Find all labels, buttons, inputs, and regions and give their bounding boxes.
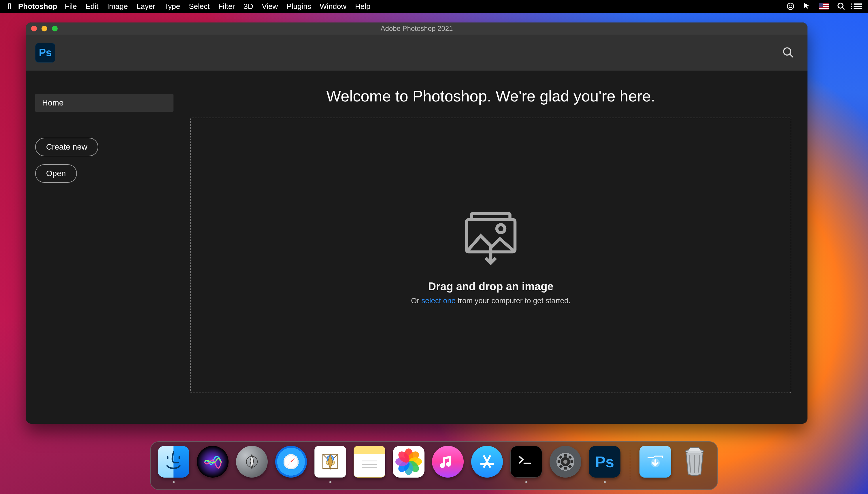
open-button[interactable]: Open <box>35 164 77 183</box>
menu-layer[interactable]: Layer <box>137 2 155 11</box>
svg-line-29 <box>569 456 571 458</box>
svg-point-7 <box>497 225 505 233</box>
dock-item-terminal[interactable] <box>510 446 542 483</box>
dock-item-safari[interactable] <box>275 446 307 483</box>
home-main: Welcome to Photoshop. We're glad you're … <box>190 71 808 424</box>
create-new-button[interactable]: Create new <box>35 138 98 156</box>
dock-separator <box>630 450 630 480</box>
svg-line-28 <box>560 466 562 467</box>
menu-help[interactable]: Help <box>355 2 370 11</box>
menu-3d[interactable]: 3D <box>244 2 253 11</box>
svg-line-27 <box>569 466 571 467</box>
photoshop-window: Adobe Photoshop 2021 Ps Home Create new … <box>26 22 808 424</box>
svg-line-2 <box>842 7 845 10</box>
status-tray-icon[interactable] <box>786 2 795 11</box>
menu-window[interactable]: Window <box>320 2 346 11</box>
spotlight-search-icon[interactable] <box>837 2 846 11</box>
photoshop-app-icon: Ps <box>589 446 620 478</box>
sidebar-tab-home[interactable]: Home <box>35 94 173 112</box>
menu-file[interactable]: File <box>65 2 77 11</box>
drag-drop-zone[interactable]: Drag and drop an image Or select one fro… <box>190 118 791 393</box>
menubar-app-name[interactable]: Photoshop <box>18 2 57 11</box>
menu-type[interactable]: Type <box>164 2 180 11</box>
photos-icon <box>393 446 424 478</box>
gear-icon <box>549 446 581 478</box>
status-input-flag-icon[interactable] <box>819 3 829 10</box>
dock-item-notes[interactable] <box>353 446 385 483</box>
menu-select[interactable]: Select <box>189 2 210 11</box>
dock-indicator <box>329 481 331 483</box>
trash-icon <box>679 446 710 478</box>
menu-filter[interactable]: Filter <box>218 2 235 11</box>
svg-point-1 <box>838 3 843 8</box>
svg-line-26 <box>560 456 562 458</box>
dock-item-mail[interactable] <box>314 446 346 483</box>
dock-item-launchpad[interactable] <box>236 446 268 483</box>
terminal-icon <box>510 446 542 478</box>
dock-item-photos[interactable] <box>393 446 424 483</box>
svg-point-21 <box>563 460 567 464</box>
drop-subtext-prefix: Or <box>411 296 421 305</box>
finder-icon <box>158 446 189 478</box>
drop-subtext-suffix: from your computer to get started. <box>456 296 571 305</box>
svg-line-4 <box>790 54 793 57</box>
macos-menubar:  Photoshop File Edit Image Layer Type S… <box>0 0 868 13</box>
downloads-icon <box>639 446 671 478</box>
control-center-icon[interactable] <box>854 3 862 9</box>
welcome-heading: Welcome to Photoshop. We're glad you're … <box>190 87 791 105</box>
appstore-icon <box>471 446 503 478</box>
menu-edit[interactable]: Edit <box>85 2 99 11</box>
menu-plugins[interactable]: Plugins <box>287 2 311 11</box>
drop-subtext: Or select one from your computer to get … <box>411 296 570 305</box>
menu-image[interactable]: Image <box>107 2 128 11</box>
dock-item-siri[interactable] <box>197 446 229 483</box>
drop-heading: Drag and drop an image <box>428 281 554 293</box>
dock-item-finder[interactable] <box>158 446 189 483</box>
dock-indicator <box>173 481 175 483</box>
window-title: Adobe Photoshop 2021 <box>26 24 808 33</box>
siri-icon <box>197 446 229 478</box>
music-icon <box>432 446 464 478</box>
select-file-link[interactable]: select one <box>421 296 456 305</box>
image-drop-icon <box>461 206 521 267</box>
dock-item-music[interactable] <box>432 446 464 483</box>
menu-view[interactable]: View <box>262 2 278 11</box>
svg-point-0 <box>787 3 794 10</box>
apple-menu-icon[interactable]:  <box>8 1 11 11</box>
macos-dock: Ps <box>150 441 718 490</box>
status-pointer-icon[interactable] <box>803 2 811 11</box>
dock-item-appstore[interactable] <box>471 446 503 483</box>
photoshop-logo-icon[interactable]: Ps <box>35 43 55 62</box>
home-sidebar: Home Create new Open <box>26 71 190 424</box>
dock-indicator <box>525 481 527 483</box>
dock-item-downloads[interactable] <box>639 446 671 483</box>
home-toolbar: Ps <box>26 35 808 71</box>
svg-marker-11 <box>287 461 291 466</box>
dock-container: Ps <box>0 441 868 490</box>
notes-icon <box>353 446 385 478</box>
launchpad-icon <box>236 446 268 478</box>
dock-item-photoshop[interactable]: Ps <box>589 446 620 483</box>
window-titlebar[interactable]: Adobe Photoshop 2021 <box>26 22 808 35</box>
dock-item-system-preferences[interactable] <box>549 446 581 483</box>
dock-item-trash[interactable] <box>679 446 710 483</box>
dock-indicator <box>604 481 606 483</box>
mail-icon <box>314 446 346 478</box>
safari-icon <box>275 446 307 478</box>
search-icon[interactable] <box>782 46 794 59</box>
